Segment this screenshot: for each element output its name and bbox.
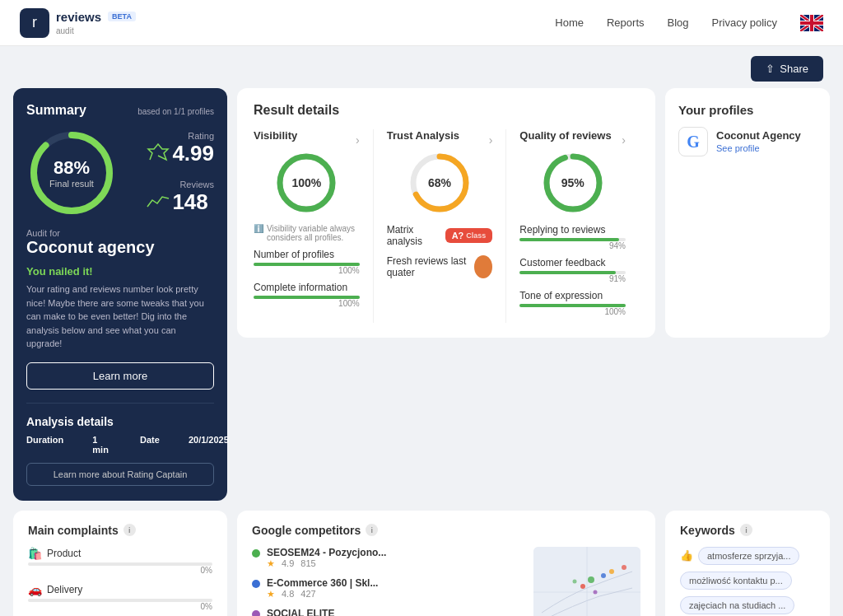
competitor-1: SEOSEM24 - Pozycjono... ★ 4.9 815 xyxy=(252,547,525,569)
date-value: 20/1/2025 xyxy=(189,435,229,455)
result-details-card: Result details Visibility › 100% xyxy=(237,88,655,338)
competitor-dot-3 xyxy=(252,610,260,617)
svg-point-17 xyxy=(573,579,577,583)
logo-text: reviews BETA audit xyxy=(56,10,136,36)
keyword-badge-2: możliwość kontaktu p... xyxy=(680,572,792,590)
profiles-card: Your profiles G Coconut Agency See profi… xyxy=(665,88,830,338)
profile-name: Coconut Agency xyxy=(716,129,801,142)
header: r reviews BETA audit Home Reports Blog P… xyxy=(0,0,843,46)
trust-next[interactable]: › xyxy=(489,133,493,147)
brand-name: reviews xyxy=(56,10,101,24)
result-details-title: Result details xyxy=(254,103,639,118)
score-label: Final result xyxy=(49,179,94,189)
svg-point-15 xyxy=(609,569,614,574)
fresh-row: Fresh reviews last quater xyxy=(387,255,493,278)
info-row: Complete information 100% xyxy=(254,282,360,308)
share-bar: ⇧ Share xyxy=(0,46,843,88)
quality-title: Quality of reviews xyxy=(519,129,611,142)
svg-point-14 xyxy=(580,584,585,589)
google-icon: G xyxy=(678,127,708,156)
feedback-row: Customer feedback 91% xyxy=(519,257,626,283)
keywords-card: Keywords i 👍 atmosferze sprzyjа... możli… xyxy=(665,511,830,617)
keywords-info-icon: i xyxy=(740,524,752,536)
learn-more-button[interactable]: Learn more about Rating Captain xyxy=(26,463,214,486)
profiles-row: Number of profiles 100% xyxy=(254,249,360,275)
competitor-2: E-Commerce 360 | Skl... ★ 4.8 427 xyxy=(252,577,525,600)
trust-pct: 68% xyxy=(428,176,451,189)
logo-icon: r xyxy=(20,8,49,38)
rating-label: Rating xyxy=(146,131,214,141)
competitors-map: 500m xyxy=(533,547,640,617)
complaints-card: Main complaints i 🛍️ Product 0% 🚗 Delive… xyxy=(13,511,227,617)
competitors-info-icon: i xyxy=(366,524,378,536)
nailed-label: You nailed it! xyxy=(26,265,214,278)
profile-item: G Coconut Agency See profile xyxy=(678,127,817,156)
score-circle: 88% Final result xyxy=(26,128,117,218)
visibility-donut: 100% xyxy=(273,150,339,216)
brand-sub: audit xyxy=(56,26,74,35)
visibility-note: ℹ️ Visibility variable always considers … xyxy=(254,224,360,242)
agency-name: Coconut agency xyxy=(26,238,214,257)
summary-based: based on 1/1 profiles xyxy=(137,107,214,116)
keyword-thumb-1: 👍 xyxy=(680,549,693,562)
analysis-details: Analysis details Duration 1 min Date 20/… xyxy=(26,403,214,486)
comp-star-2: ★ xyxy=(267,589,275,600)
complaint-product: 🛍️ Product 0% xyxy=(28,547,212,575)
see-profile-link[interactable]: See profile xyxy=(716,143,760,153)
trust-title: Trust Analysis xyxy=(387,129,459,142)
competitor-dot-1 xyxy=(252,549,260,558)
nav-privacy[interactable]: Privacy policy xyxy=(712,16,777,29)
summary-title: Summary xyxy=(26,103,86,118)
rating-value: 4.99 xyxy=(172,141,214,166)
audit-for-label: Audit for xyxy=(26,228,214,238)
keywords-title: Keywords i xyxy=(680,524,815,537)
svg-point-13 xyxy=(601,573,606,578)
matrix-badge: A? Class xyxy=(445,228,493,243)
tone-row: Tone of expression 100% xyxy=(519,290,626,316)
reviews-value: 148 xyxy=(172,189,207,215)
share-icon: ⇧ xyxy=(766,63,775,75)
competitors-title: Google competitors i xyxy=(252,524,640,537)
quality-next[interactable]: › xyxy=(622,133,626,147)
profiles-title: Your profiles xyxy=(678,103,817,117)
duration-label: Duration xyxy=(26,435,63,455)
svg-point-18 xyxy=(622,565,626,570)
language-flag[interactable] xyxy=(800,15,823,31)
complaints-title: Main complaints i xyxy=(28,524,212,537)
visibility-col: Visibility › 100% ℹ️ Visibility variable… xyxy=(254,129,374,323)
trust-col: Trust Analysis › 68% Matrix analysis xyxy=(374,129,507,323)
delivery-icon: 🚗 xyxy=(28,583,42,596)
quality-donut: 95% xyxy=(540,150,606,216)
replying-row: Replying to reviews 94% xyxy=(519,224,626,250)
matrix-row: Matrix analysis A? Class xyxy=(387,224,493,247)
visibility-next[interactable]: › xyxy=(356,133,360,147)
date-label: Date xyxy=(140,435,160,455)
learn-button[interactable]: Learn more xyxy=(26,362,214,390)
complaint-delivery: 🚗 Delivery 0% xyxy=(28,583,212,611)
svg-point-12 xyxy=(588,576,594,583)
visibility-pct: 100% xyxy=(291,176,321,189)
competitor-3: SOCIAL ELITE ★ 4.8 330 xyxy=(252,608,525,617)
score-percent: 88% xyxy=(49,157,94,179)
beta-badge: BETA xyxy=(108,12,136,21)
reviews-label: Reviews xyxy=(146,180,214,189)
nav-blog[interactable]: Blog xyxy=(668,16,689,29)
main-nav: Home Reports Blog Privacy policy xyxy=(555,15,823,31)
quality-col: Quality of reviews › 95% Replying to rev… xyxy=(506,129,639,323)
svg-point-16 xyxy=(594,590,598,594)
share-button[interactable]: ⇧ Share xyxy=(751,56,823,82)
nav-reports[interactable]: Reports xyxy=(607,16,645,29)
logo: r reviews BETA audit xyxy=(20,8,136,38)
product-icon: 🛍️ xyxy=(28,547,42,560)
summary-desc: Your rating and reviews number look pret… xyxy=(26,282,214,351)
main-content: Summary based on 1/1 profiles 88% Final … xyxy=(0,88,843,616)
analysis-title: Analysis details xyxy=(26,415,214,428)
quality-pct: 95% xyxy=(561,176,585,189)
keyword-badge-3: zajęciach na studiach ... xyxy=(680,596,794,614)
competitors-card: Google competitors i SEOSEM24 - Pozycjon… xyxy=(237,511,655,617)
keyword-3: zajęciach na studiach ... xyxy=(680,596,815,614)
competitor-dot-2 xyxy=(252,580,260,588)
complaints-info-icon: i xyxy=(123,524,136,536)
nav-home[interactable]: Home xyxy=(555,16,584,29)
keyword-badge-1: atmosferze sprzyjа... xyxy=(698,547,799,565)
